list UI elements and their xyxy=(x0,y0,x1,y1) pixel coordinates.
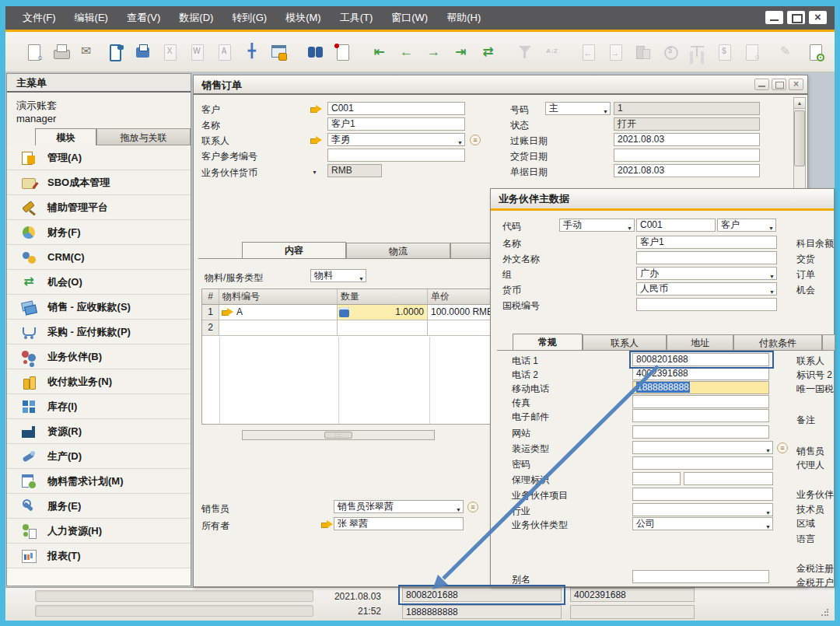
navigate-icon[interactable] xyxy=(242,42,261,62)
bp-tax-no-field[interactable] xyxy=(636,298,777,311)
bp-project-field[interactable] xyxy=(632,488,773,501)
alias-field[interactable] xyxy=(632,570,769,583)
bp-currency-dropdown-label[interactable]: 业务伙伴货币 xyxy=(201,166,257,180)
app-maximize-button[interactable] xyxy=(787,11,805,24)
so-minimize-button[interactable] xyxy=(754,79,769,90)
salesperson-channel-icon[interactable]: ≡ xyxy=(467,502,478,512)
bp-code-field[interactable]: C001 xyxy=(636,219,716,232)
bp-code-mode-dropdown[interactable]: 手动▼ xyxy=(559,219,635,232)
row1-item-cell[interactable]: A xyxy=(219,305,338,320)
so-close-button[interactable] xyxy=(789,79,803,90)
customer-field[interactable]: C001 xyxy=(327,102,465,115)
bp-group-dropdown[interactable]: 广办▼ xyxy=(636,267,777,280)
tab-drag-relate[interactable]: 拖放与关联 xyxy=(96,128,191,145)
salesperson-dropdown[interactable]: 销售员张翠茜▼ xyxy=(334,500,464,513)
contact-channel-icon[interactable]: ≡ xyxy=(470,135,481,145)
menu-file[interactable]: 文件(F) xyxy=(23,11,56,25)
row1-quantity-cell[interactable]: 1.0000 xyxy=(338,305,428,320)
website-field[interactable] xyxy=(632,425,769,439)
contact-link-arrow-icon[interactable] xyxy=(310,136,323,145)
last-record-icon[interactable]: ⇥ xyxy=(451,42,471,62)
row1-number[interactable]: 1 xyxy=(202,305,219,320)
query-icon[interactable] xyxy=(742,42,761,62)
export-pdf-icon[interactable] xyxy=(215,42,234,62)
bp-titlebar[interactable]: 业务伙伴主数据 xyxy=(491,189,834,208)
delivery-date-field[interactable] xyxy=(614,149,760,162)
open-items-list-icon[interactable] xyxy=(333,42,352,62)
factoring-field-1[interactable] xyxy=(632,472,681,485)
module-resources[interactable]: 资源(R) xyxy=(7,419,191,444)
item-service-type-dropdown[interactable]: 物料▼ xyxy=(310,269,366,282)
journal-entry-icon[interactable] xyxy=(715,42,734,62)
number-series-dropdown[interactable]: 主▼ xyxy=(545,102,611,115)
sales-order-titlebar[interactable]: 销售订单 xyxy=(194,75,807,95)
grid-horizontal-scrollbar[interactable]: ::: xyxy=(242,430,435,440)
app-close-button[interactable] xyxy=(809,11,827,24)
bp-type-dropdown[interactable]: 客户▼ xyxy=(717,219,776,232)
so-maximize-button[interactable] xyxy=(772,79,786,90)
copy-to-icon[interactable] xyxy=(606,42,625,62)
bp-type-general-dropdown[interactable]: 公司▼ xyxy=(632,517,773,530)
customer-link-arrow-icon[interactable] xyxy=(310,105,323,114)
orders-label[interactable]: 订单 xyxy=(796,268,815,282)
row2-quantity-cell[interactable] xyxy=(338,320,428,336)
module-human-resources[interactable]: 人力资源(H) xyxy=(7,519,191,544)
owner-link-arrow-icon[interactable] xyxy=(321,520,334,529)
posting-date-field[interactable]: 2021.08.03 xyxy=(614,133,760,146)
module-inventory[interactable]: 库存(I) xyxy=(7,394,191,419)
resize-grip[interactable] xyxy=(821,609,828,617)
row2-item-cell[interactable] xyxy=(219,320,338,336)
form-settings-icon[interactable] xyxy=(806,42,825,62)
export-word-icon[interactable] xyxy=(187,42,207,62)
menu-data[interactable]: 数据(D) xyxy=(179,11,213,25)
refresh-record-icon[interactable]: ⇄ xyxy=(478,42,498,62)
menu-modules[interactable]: 模块(M) xyxy=(285,11,321,25)
bp-tab-general[interactable]: 常规 xyxy=(513,334,583,350)
module-opportunities[interactable]: 机会(O) xyxy=(7,270,191,295)
customer-name-field[interactable]: 客户1 xyxy=(327,117,465,131)
tab-modules[interactable]: 模块 xyxy=(35,128,96,145)
account-balance-label[interactable]: 科目余额 xyxy=(796,237,834,250)
col-item-no[interactable]: 物料编号 xyxy=(219,289,338,305)
shipping-channel-icon[interactable]: ≡ xyxy=(777,442,788,453)
phone2-field[interactable]: 4002391688 xyxy=(632,367,769,380)
bp-tab-partial[interactable] xyxy=(822,334,835,351)
export-excel-icon[interactable] xyxy=(160,42,180,62)
so-tab-contents[interactable]: 内容 xyxy=(242,242,346,258)
so-tab-logistics[interactable]: 物流 xyxy=(346,243,450,259)
next-record-icon[interactable]: → xyxy=(424,42,443,62)
module-crm[interactable]: CRM(C) xyxy=(7,245,191,270)
bp-currency-dropdown[interactable]: 人民币▼ xyxy=(636,282,777,296)
first-record-icon[interactable]: ⇤ xyxy=(369,42,389,62)
password-field[interactable] xyxy=(632,456,773,470)
copy-from-icon[interactable] xyxy=(579,42,598,62)
module-sbo-cost[interactable]: SBO成本管理 xyxy=(7,170,191,195)
menu-edit[interactable]: 编辑(E) xyxy=(75,11,108,25)
previous-record-icon[interactable]: ← xyxy=(397,42,416,62)
lock-screen-icon[interactable] xyxy=(269,42,289,62)
shipping-type-dropdown[interactable]: ▼ xyxy=(632,441,773,454)
module-mrp[interactable]: 物料需求计划(M) xyxy=(7,469,191,494)
module-banking[interactable]: 收付款业务(N) xyxy=(7,369,191,394)
filter-icon[interactable] xyxy=(515,42,534,62)
system-tools-icon[interactable] xyxy=(833,42,835,62)
print-icon[interactable] xyxy=(51,42,71,62)
print-preview-icon[interactable] xyxy=(24,42,44,62)
find-icon[interactable] xyxy=(306,42,325,62)
deliveries-label[interactable]: 交货 xyxy=(796,253,815,266)
module-purchasing-ap[interactable]: 采购 - 应付账款(P) xyxy=(7,320,191,344)
module-aux-platform[interactable]: 辅助管理平台 xyxy=(7,195,191,220)
menu-goto[interactable]: 转到(G) xyxy=(232,11,267,25)
owner-field[interactable]: 张 翠茜 xyxy=(334,517,464,530)
module-production[interactable]: 生产(D) xyxy=(7,444,191,469)
module-administration[interactable]: 管理(A) xyxy=(7,145,191,170)
menu-help[interactable]: 帮助(H) xyxy=(446,11,481,25)
module-service[interactable]: 服务(E) xyxy=(7,494,191,519)
mobile-field[interactable]: 1888888888 xyxy=(632,381,769,394)
menu-tools[interactable]: 工具(T) xyxy=(340,11,373,25)
sms-icon[interactable] xyxy=(106,42,125,62)
edit-icon[interactable] xyxy=(779,42,798,62)
contact-dropdown[interactable]: 李勇▼ xyxy=(327,133,465,146)
scrollbar-thumb[interactable] xyxy=(794,110,805,166)
fax-icon[interactable] xyxy=(133,42,152,62)
